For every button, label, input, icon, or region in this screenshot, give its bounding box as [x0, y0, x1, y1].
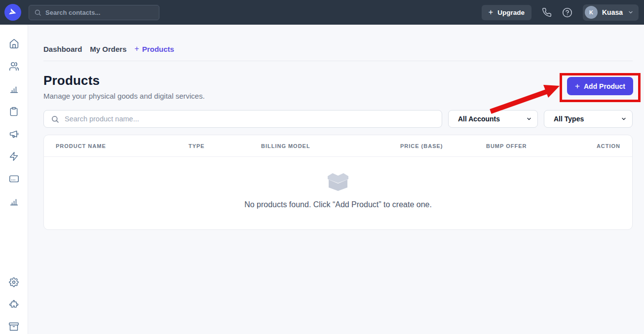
tab-products-label: Products — [142, 45, 174, 53]
analytics-icon — [9, 196, 19, 207]
plus-icon: + — [135, 44, 139, 53]
page-subtitle: Manage your physical goods and digital s… — [43, 92, 205, 100]
bar-chart-icon — [9, 84, 19, 94]
search-icon — [34, 9, 41, 16]
help-icon — [562, 7, 572, 18]
users-icon — [9, 61, 19, 72]
sidebar-item-settings[interactable] — [9, 277, 19, 287]
page-heading: Products Manage your physical goods and … — [43, 73, 205, 100]
phone-button[interactable] — [542, 7, 552, 17]
paper-plane-logo-icon — [8, 8, 17, 17]
plus-icon: + — [489, 8, 493, 16]
add-product-button[interactable]: + Add Product — [567, 77, 633, 95]
help-button[interactable] — [562, 7, 572, 18]
sidebar-item-archive[interactable] — [9, 322, 19, 332]
open-box-icon — [327, 173, 349, 191]
tab-dashboard-label: Dashboard — [43, 45, 82, 53]
chevron-down-icon — [628, 9, 634, 15]
main-content: Dashboard My Orders + Products Products … — [28, 25, 644, 334]
lightning-icon — [9, 151, 19, 161]
sidebar-item-home[interactable] — [9, 38, 19, 49]
megaphone-icon — [9, 129, 19, 139]
search-icon — [51, 115, 59, 123]
user-menu[interactable]: K Kuasa — [583, 4, 639, 21]
empty-state-message: No products found. Click “Add Product” t… — [244, 200, 432, 209]
sidebar-item-charts[interactable] — [9, 84, 19, 94]
tab-dashboard[interactable]: Dashboard — [43, 44, 82, 53]
sidebar-item-integrations[interactable] — [9, 299, 19, 309]
plus-icon: + — [575, 82, 580, 90]
credit-card-icon — [9, 174, 19, 184]
empty-state: No products found. Click “Add Product” t… — [44, 157, 632, 229]
sidebar-item-reports[interactable] — [9, 196, 19, 207]
products-table: PRODUCT NAME TYPE BILLING MODEL PRICE (B… — [43, 135, 633, 230]
app-logo[interactable] — [4, 4, 21, 21]
add-product-label: Add Product — [584, 82, 625, 90]
page-title: Products — [43, 73, 205, 88]
breadcrumb-tabs: Dashboard My Orders + Products — [43, 44, 633, 61]
tab-products[interactable]: + Products — [135, 44, 174, 53]
top-navbar: + Upgrade K Kuasa — [0, 0, 644, 25]
table-header-row: PRODUCT NAME TYPE BILLING MODEL PRICE (B… — [44, 135, 632, 157]
sidebar-item-automations[interactable] — [9, 151, 19, 161]
user-name: Kuasa — [602, 8, 623, 16]
home-icon — [9, 38, 19, 49]
settings-gear-icon — [9, 277, 19, 287]
upgrade-button[interactable]: + Upgrade — [482, 5, 531, 20]
sidebar-item-contacts[interactable] — [9, 61, 19, 72]
phone-icon — [542, 7, 552, 17]
column-header-billing-model: BILLING MODEL — [261, 143, 400, 149]
tab-my-orders-label: My Orders — [90, 45, 126, 53]
type-filter-select[interactable]: All Types — [544, 110, 633, 128]
product-search-input[interactable] — [65, 115, 435, 123]
sidebar-item-marketing[interactable] — [9, 129, 19, 139]
column-header-type: TYPE — [189, 143, 261, 149]
sidebar-item-orders[interactable] — [9, 107, 19, 116]
column-header-product-name: PRODUCT NAME — [56, 143, 189, 149]
column-header-bump-offer: BUMP OFFER — [486, 143, 596, 149]
contacts-search-input[interactable] — [45, 9, 154, 16]
icon-sidebar — [0, 25, 28, 334]
sidebar-item-payments[interactable] — [9, 174, 19, 184]
upgrade-label: Upgrade — [497, 9, 525, 16]
account-filter-select[interactable]: All Accounts — [448, 110, 538, 128]
product-search — [43, 110, 442, 128]
archive-box-icon — [9, 322, 19, 332]
column-header-action: ACTION — [596, 143, 620, 149]
annotation-highlight-box: + Add Product — [560, 73, 641, 102]
user-avatar: K — [585, 6, 598, 19]
contacts-search — [29, 5, 159, 20]
clipboard-icon — [9, 107, 19, 116]
puzzle-icon — [9, 299, 19, 309]
tab-my-orders[interactable]: My Orders — [90, 44, 126, 53]
column-header-price-base: PRICE (BASE) — [400, 143, 486, 149]
